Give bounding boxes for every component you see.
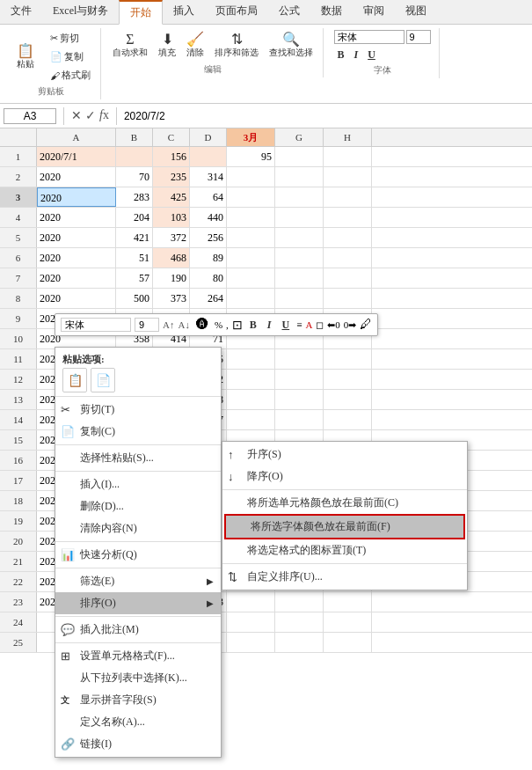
cell[interactable] <box>116 147 153 166</box>
mini-comma-icon[interactable]: , <box>226 319 229 330</box>
cell[interactable]: 2020/7/1 <box>37 147 116 166</box>
cell[interactable] <box>275 208 324 227</box>
fill-button[interactable]: ⬇ 填充 <box>154 30 180 62</box>
mini-highlight-icon[interactable]: ◻ <box>316 319 324 331</box>
cell[interactable] <box>324 187 372 207</box>
cell[interactable]: 256 <box>190 228 227 247</box>
paste-button[interactable]: 📋 粘贴 <box>7 41 44 73</box>
cell[interactable] <box>275 349 324 369</box>
cell[interactable]: 190 <box>153 268 190 288</box>
mini-eraser-icon[interactable]: 🖊 <box>360 318 372 332</box>
col-header-c[interactable]: C <box>153 128 190 146</box>
sort-font-color-front[interactable]: 将所选字体颜色放在最前面(F) <box>224 514 465 539</box>
cell[interactable] <box>324 167 372 187</box>
cell[interactable] <box>275 289 324 308</box>
cell[interactable] <box>227 208 275 227</box>
italic-button[interactable]: I <box>351 48 362 62</box>
ctx-phonetic[interactable]: 文 显示拼音字段(S) <box>55 689 221 711</box>
cell[interactable] <box>227 410 275 429</box>
tab-insert[interactable]: 插入 <box>163 0 205 24</box>
cell[interactable]: 2020 <box>37 248 116 268</box>
mini-percent-icon[interactable]: % <box>215 319 222 330</box>
cell[interactable]: 2020 <box>37 268 116 288</box>
copy-button[interactable]: 📄 复制 <box>46 48 95 65</box>
cell[interactable] <box>324 228 372 247</box>
paste-icon-1[interactable]: 📋 <box>62 368 87 392</box>
cell[interactable]: 372 <box>153 228 190 247</box>
cell[interactable]: 103 <box>153 208 190 227</box>
cell[interactable] <box>324 208 372 227</box>
cell[interactable] <box>275 187 324 207</box>
cell[interactable] <box>275 268 324 288</box>
mini-underline-button[interactable]: U <box>279 318 294 333</box>
cell[interactable] <box>324 410 372 429</box>
ctx-delete[interactable]: 删除(D)... <box>55 495 221 517</box>
cell[interactable] <box>227 187 275 207</box>
custom-sort[interactable]: ⇅ 自定义排序(U)... <box>222 566 467 588</box>
cell[interactable] <box>275 390 324 409</box>
mini-italic-button[interactable]: I <box>264 318 275 333</box>
cell[interactable]: 314 <box>190 167 227 187</box>
ctx-sort[interactable]: 排序(O) ▶ <box>55 592 221 614</box>
ctx-paste-special[interactable]: 选择性粘贴(S)... <box>55 447 221 469</box>
ctx-quick-analysis[interactable]: 📊 快速分析(Q) <box>55 544 221 566</box>
cut-button[interactable]: ✂ 剪切 <box>46 30 95 47</box>
autosum-button[interactable]: Σ 自动求和 <box>108 30 152 62</box>
cell[interactable] <box>324 633 372 652</box>
ctx-clear[interactable]: 清除内容(N) <box>55 517 221 539</box>
cell[interactable] <box>324 349 372 369</box>
cell[interactable] <box>227 289 275 308</box>
clear-button[interactable]: 🧹 清除 <box>182 30 208 62</box>
ctx-link[interactable]: 🔗 链接(I) <box>55 733 221 755</box>
cell[interactable]: 283 <box>116 187 153 207</box>
cell[interactable]: 70 <box>116 167 153 187</box>
cell[interactable] <box>227 370 275 389</box>
cell[interactable] <box>275 612 324 632</box>
sort-desc[interactable]: ↓ 降序(O) <box>222 466 467 488</box>
col-header-g[interactable]: H <box>324 128 372 146</box>
sort-icon-top[interactable]: 将选定格式的图标置顶(T) <box>222 539 467 561</box>
cell[interactable] <box>227 390 275 409</box>
font-grow-icon[interactable]: A↑ <box>163 319 174 330</box>
cell[interactable]: 204 <box>116 208 153 227</box>
ctx-dropdown-list[interactable]: 从下拉列表中选择(K)... <box>55 667 221 689</box>
cell[interactable] <box>227 349 275 369</box>
cell[interactable]: 2020 <box>37 228 116 247</box>
ctx-define-name[interactable]: 定义名称(A)... <box>55 711 221 733</box>
cell[interactable] <box>190 147 227 166</box>
cell[interactable]: 51 <box>116 248 153 268</box>
cell[interactable] <box>275 410 324 429</box>
cell[interactable]: 64 <box>190 187 227 207</box>
cell[interactable]: 264 <box>190 289 227 308</box>
sort-filter-button[interactable]: ⇅ 排序和筛选 <box>210 30 263 62</box>
cell[interactable] <box>275 370 324 389</box>
font-name-input[interactable] <box>334 30 404 44</box>
cell[interactable]: 373 <box>153 289 190 308</box>
cell[interactable] <box>324 390 372 409</box>
cell[interactable] <box>275 592 324 612</box>
cell[interactable] <box>227 633 275 652</box>
tab-layout[interactable]: 页面布局 <box>205 0 268 24</box>
cell[interactable] <box>324 592 372 612</box>
font-shrink-icon[interactable]: A↓ <box>178 319 189 330</box>
tab-view[interactable]: 视图 <box>395 0 437 24</box>
cell[interactable]: 2020 <box>37 187 116 207</box>
col-header-b[interactable]: B <box>116 128 153 146</box>
font-size-input[interactable] <box>406 30 431 44</box>
cell[interactable] <box>227 592 275 612</box>
cell[interactable]: 89 <box>190 248 227 268</box>
cell[interactable] <box>227 268 275 288</box>
col-header-e[interactable]: 3月 <box>227 128 275 146</box>
tab-review[interactable]: 审阅 <box>353 0 395 24</box>
cell[interactable] <box>275 248 324 268</box>
paste-icon-2[interactable]: 📄 <box>91 368 115 392</box>
cell-ref-input[interactable] <box>4 108 56 124</box>
ctx-copy[interactable]: 📄 复制(C) <box>55 421 221 443</box>
mini-font-size-input[interactable] <box>135 318 159 332</box>
cell[interactable] <box>227 612 275 632</box>
sort-asc[interactable]: ↑ 升序(S) <box>222 444 467 466</box>
cell[interactable]: 80 <box>190 268 227 288</box>
underline-button[interactable]: U <box>364 48 379 62</box>
cell[interactable]: 500 <box>116 289 153 308</box>
ctx-insert-comment[interactable]: 💬 插入批注(M) <box>55 619 221 641</box>
